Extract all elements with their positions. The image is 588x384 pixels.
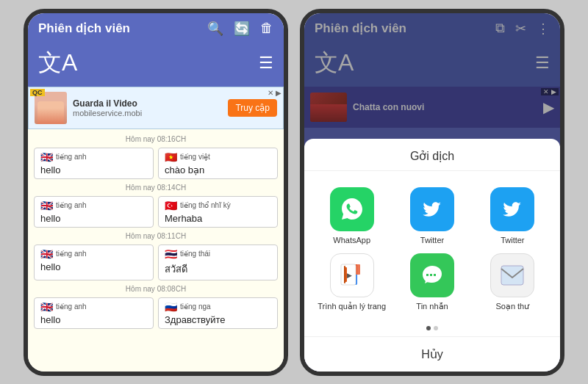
table-row: 🇬🇧 tiếng anh hello 🇷🇺 tiếng nga Здравств… [28,296,284,330]
ad-person [35,92,67,124]
to-box-3: 🇹🇭 tiếng thái สวัสดี [158,244,278,280]
soan-thu-icon [490,253,534,297]
to-lang-1: 🇻🇳 tiếng việt [165,151,271,163]
dot-1 [426,326,431,330]
share-item-twitter-2[interactable]: Twitter [473,183,553,249]
timestamp-4: Hôm nay 08:08CH [28,285,284,293]
ad-text-block: Guarda il Video mobileservice.mobi [73,98,222,117]
table-row: 🇬🇧 tiếng anh hello 🇻🇳 tiếng việt chào bạ… [28,146,284,181]
twitter-label-1: Twitter [420,236,444,244]
flag-gb-3: 🇬🇧 [40,248,53,260]
to-text-2: Merhaba [165,213,271,224]
app-title-1: Phiên dịch viên [38,21,130,36]
flag-th-3: 🇹🇭 [165,248,177,260]
app-subheader-1: 文A ☰ [28,43,284,87]
from-lang-label-1: tiếng anh [56,153,87,161]
from-text-4: hello [40,314,147,325]
share-sheet: Gởi dịch WhatsApp [304,139,560,372]
flag-gb-2: 🇬🇧 [40,200,53,211]
flag-gb-1: 🇬🇧 [40,151,53,163]
share-pagination-dots [304,323,560,336]
to-box-4: 🇷🇺 tiếng nga Здравствуйте [158,297,278,329]
ad-label: QC [30,89,45,96]
translate-icon: 文A [38,47,77,79]
to-lang-label-1: tiếng việt [180,153,210,161]
soan-thu-label: Soạn thư [495,302,529,311]
share-item-manager[interactable]: ▶ Trình quản lý trang [312,249,392,316]
from-lang-3: 🇬🇧 tiếng anh [40,248,147,260]
share-item-twitter-1[interactable]: Twitter [392,183,472,249]
to-lang-label-2: tiếng thổ nhĩ kỳ [180,201,231,209]
manager-label: Trình quản lý trang [318,302,386,311]
ad-title: Guarda il Video [73,98,222,109]
table-row: 🇬🇧 tiếng anh hello 🇹🇷 tiếng thổ nhĩ kỳ M… [28,195,284,229]
ad-cta-button[interactable]: Truy cập [228,99,277,117]
share-overlay: Gởi dịch WhatsApp [304,13,560,372]
cancel-button[interactable]: Hủy [304,336,560,372]
flag-vn-1: 🇻🇳 [165,151,177,163]
from-box-1: 🇬🇧 tiếng anh hello [34,148,154,179]
to-text-3: สวัสดี [165,261,271,277]
to-lang-label-4: tiếng nga [180,303,211,311]
twitter-label-2: Twitter [501,236,524,244]
app-header-1: Phiên dịch viên 🔍 🔄 🗑 [28,13,284,43]
to-lang-3: 🇹🇭 tiếng thái [165,248,271,260]
share-item-tin-nhan[interactable]: Tin nhắn [392,249,472,316]
translation-list: Hôm nay 08:16CH 🇬🇧 tiếng anh hello 🇻🇳 ti… [28,129,284,372]
ad-image [35,92,67,124]
timestamp-1: Hôm nay 08:16CH [28,135,284,143]
whatsapp-label: WhatsApp [333,236,370,244]
twitter-icon-1 [410,187,454,231]
share-title: Gởi dịch [304,139,560,171]
svg-rect-7 [501,266,523,285]
to-text-1: chào bạn [165,164,271,175]
tin-nhan-icon [410,253,454,297]
svg-text:▶: ▶ [347,272,352,279]
from-lang-1: 🇬🇧 tiếng anh [40,151,147,163]
flag-ru-4: 🇷🇺 [165,301,177,313]
table-row: 🇬🇧 tiếng anh hello 🇹🇭 tiếng thái สวัสดี [28,243,284,282]
share-grid: WhatsApp Twitter [304,171,560,323]
phone-2: Phiên dịch viên ⧉ ✂ ⋮ 文A ☰ Chatta con nu… [300,9,564,376]
to-box-1: 🇻🇳 tiếng việt chào bạn [158,148,278,179]
refresh-icon[interactable]: 🔄 [234,21,250,37]
from-lang-label-3: tiếng anh [56,250,87,258]
manager-icon: ▶ [330,253,374,297]
from-lang-label-2: tiếng anh [56,201,87,209]
ad-close-icon[interactable]: ✕ ▶ [268,89,282,97]
timestamp-3: Hôm nay 08:11CH [28,232,284,240]
tin-nhan-label: Tin nhắn [416,302,448,311]
from-lang-2: 🇬🇧 tiếng anh [40,200,147,211]
whatsapp-icon [330,187,374,231]
to-lang-label-3: tiếng thái [180,250,210,258]
from-lang-4: 🇬🇧 tiếng anh [40,301,147,313]
from-text-2: hello [40,213,147,224]
ad-banner: QC ✕ ▶ Guarda il Video mobileservice.mob… [28,87,284,129]
share-item-soan-thu[interactable]: Soạn thư [473,249,553,316]
from-lang-label-4: tiếng anh [56,303,87,311]
from-box-2: 🇬🇧 tiếng anh hello [34,196,154,228]
flag-gb-4: 🇬🇧 [40,301,53,313]
share-item-whatsapp[interactable]: WhatsApp [312,183,392,249]
search-icon[interactable]: 🔍 [207,21,223,37]
to-text-4: Здравствуйте [165,314,271,325]
timestamp-2: Hôm nay 08:14CH [28,184,284,192]
dot-2 [434,326,438,330]
to-box-2: 🇹🇷 tiếng thổ nhĩ kỳ Merhaba [158,196,278,228]
from-text-1: hello [40,164,147,175]
menu-icon[interactable]: ☰ [259,54,273,73]
twitter-icon-2 [490,187,534,231]
to-lang-2: 🇹🇷 tiếng thổ nhĩ kỳ [165,200,271,211]
header-icons-1: 🔍 🔄 🗑 [207,21,273,37]
phone-1: Phiên dịch viên 🔍 🔄 🗑 文A ☰ QC ✕ ▶ Guarda… [24,9,288,376]
to-lang-4: 🇷🇺 tiếng nga [165,301,271,313]
from-text-3: hello [40,261,147,272]
from-box-4: 🇬🇧 tiếng anh hello [34,297,154,329]
ad-subtitle: mobileservice.mobi [73,109,222,117]
from-box-3: 🇬🇧 tiếng anh hello [34,244,154,280]
trash-icon[interactable]: 🗑 [260,21,273,36]
flag-tr-2: 🇹🇷 [165,200,177,211]
svg-rect-5 [344,266,345,283]
